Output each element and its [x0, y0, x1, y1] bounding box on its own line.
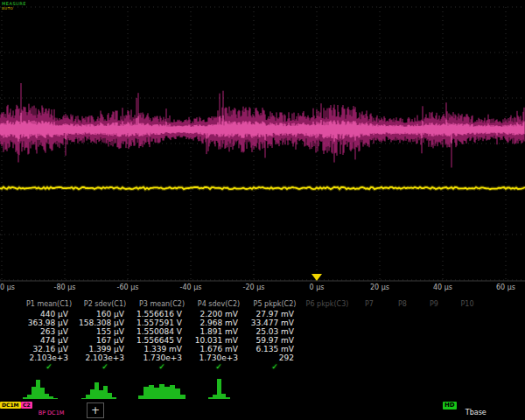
- measure-value: [450, 336, 485, 345]
- measure-value: [303, 345, 352, 354]
- measure-value: [387, 354, 418, 362]
- measure-value: 474 µV: [21, 336, 77, 345]
- measure-value: 27.97 mV: [247, 310, 303, 318]
- histicon-bar: [53, 398, 58, 399]
- measure-value: [303, 310, 352, 318]
- measure-value: [352, 336, 387, 345]
- histicon-bar: [112, 397, 116, 399]
- measure-value: [387, 327, 418, 336]
- measure-value: [450, 354, 485, 362]
- measure-value: 440 µV: [21, 310, 77, 318]
- measure-header[interactable]: P3 mean(C2): [133, 299, 191, 310]
- hd-badge: HD: [443, 402, 457, 410]
- channel2-badge[interactable]: C2: [21, 402, 32, 409]
- waveform-grid[interactable]: [0, 0, 525, 282]
- oscilloscope-screen: MEASURE AUTO -100 µs-80 µs-60 µs-40 µs-2…: [0, 0, 525, 420]
- measure-status-check: ✓: [247, 362, 303, 372]
- measure-value: [450, 318, 485, 327]
- measure-header[interactable]: P10: [450, 299, 485, 310]
- measure-value: 2.103e+3: [21, 354, 77, 362]
- measure-header[interactable]: P5 pkpk(C2): [247, 299, 303, 310]
- measure-value: 1.556645 V: [133, 336, 191, 345]
- channel1-badge[interactable]: DC1M: [0, 402, 21, 409]
- measure-header[interactable]: P7: [352, 299, 387, 310]
- measure-value: 167 µV: [77, 336, 133, 345]
- histicon[interactable]: [23, 380, 58, 399]
- measure-value: 158.308 µV: [77, 318, 133, 327]
- histicon[interactable]: [138, 384, 186, 399]
- channel2-coupling: BP DC1M: [38, 410, 65, 416]
- measure-status-check: ✓: [21, 362, 77, 372]
- measure-status-check: [450, 362, 485, 372]
- measure-value: [450, 345, 485, 354]
- measure-value: [303, 354, 352, 362]
- measure-value: 363.98 µV: [21, 318, 77, 327]
- measure-value: 1.399 µV: [77, 345, 133, 354]
- time-label: -100 µs: [0, 284, 15, 291]
- measure-status-check: [303, 362, 352, 372]
- measure-value: 292: [247, 354, 303, 362]
- measure-value: 10.031 mV: [191, 336, 247, 345]
- trigger-position-marker[interactable]: [312, 274, 322, 281]
- measure-value: 1.556616 V: [133, 310, 191, 318]
- measure-value: 33.477 mV: [247, 318, 303, 327]
- measure-status-check: [352, 362, 387, 372]
- time-axis: -100 µs-80 µs-60 µs-40 µs-20 µs0 µs20 µs…: [0, 283, 525, 295]
- measure-status-check: [387, 362, 418, 372]
- measure-value: [352, 345, 387, 354]
- time-label: -40 µs: [180, 284, 202, 291]
- crosshair-icon: +: [91, 404, 100, 416]
- measure-value: [387, 336, 418, 345]
- timebase-descriptor[interactable]: HD Tbase 12 Bits 20.0 µs/div: [443, 402, 525, 420]
- timebase-label: Tbase: [466, 409, 486, 416]
- measure-header[interactable]: P9: [418, 299, 450, 310]
- measure-value: 1.730e+3: [133, 354, 191, 362]
- measure-status-check: ✓: [77, 362, 133, 372]
- measure-value: [418, 345, 450, 354]
- measure-value: [352, 310, 387, 318]
- time-label: -20 µs: [243, 284, 265, 291]
- channel2-descriptor[interactable]: C2 BP DC1M 10.0 mV: [21, 402, 65, 420]
- cursor-position-box[interactable]: +: [87, 402, 104, 418]
- measure-value: [303, 327, 352, 336]
- measure-value: 1.557591 V: [133, 318, 191, 327]
- histicon-bar: [180, 395, 186, 399]
- measure-header[interactable]: P2 sdev(C1): [77, 299, 133, 310]
- measure-value: [387, 318, 418, 327]
- measure-value: 2.103e+3: [77, 354, 133, 362]
- measure-value: 263 µV: [21, 327, 77, 336]
- measure-value: 1.891 mV: [191, 327, 247, 336]
- time-label: 60 µs: [496, 284, 515, 291]
- measure-value: 1.676 mV: [191, 345, 247, 354]
- measure-header[interactable]: P1 mean(C1): [21, 299, 77, 310]
- measure-value: [303, 318, 352, 327]
- time-label: -60 µs: [117, 284, 139, 291]
- measure-header[interactable]: P4 sdev(C2): [191, 299, 247, 310]
- histicon-bar: [226, 397, 230, 399]
- measure-value: 1.730e+3: [191, 354, 247, 362]
- measure-value: 2.200 mV: [191, 310, 247, 318]
- measure-value: [418, 354, 450, 362]
- time-label: 40 µs: [433, 284, 452, 291]
- histicon[interactable]: [208, 379, 230, 399]
- measure-value: 59.97 mV: [247, 336, 303, 345]
- measure-value: [303, 336, 352, 345]
- measure-header[interactable]: P6 pkpk(C3): [303, 299, 352, 310]
- histicon[interactable]: [81, 382, 116, 399]
- measure-value: [352, 318, 387, 327]
- measure-value: 160 µV: [77, 310, 133, 318]
- measure-value: [418, 336, 450, 345]
- auto-indicator: AUTO: [2, 7, 26, 10]
- measure-value: [352, 354, 387, 362]
- measure-value: [418, 318, 450, 327]
- measure-value: [418, 310, 450, 318]
- measure-value: 1.550084 V: [133, 327, 191, 336]
- measure-status-check: ✓: [133, 362, 191, 372]
- top-left-badges: MEASURE AUTO: [2, 2, 26, 10]
- time-label: 0 µs: [310, 284, 325, 291]
- measure-value: 155 µV: [77, 327, 133, 336]
- histicon-row: [0, 376, 525, 400]
- measure-header[interactable]: P8: [387, 299, 418, 310]
- measure-value: [387, 310, 418, 318]
- measure-value: [387, 345, 418, 354]
